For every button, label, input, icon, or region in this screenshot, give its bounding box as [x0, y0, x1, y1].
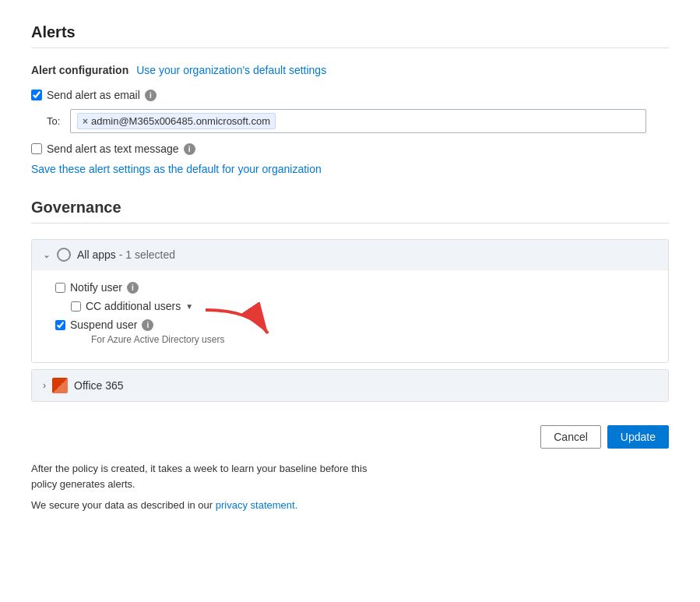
- office365-label: Office 365: [74, 379, 124, 392]
- all-apps-chevron-icon: ⌄: [43, 249, 51, 260]
- suspend-user-checkbox[interactable]: [55, 320, 65, 330]
- notify-user-row: Notify user i: [55, 281, 653, 294]
- send-email-label: Send alert as email: [47, 89, 140, 101]
- notify-user-label: Notify user: [70, 281, 122, 294]
- all-apps-circle-icon: [57, 248, 71, 262]
- suspend-user-row: Suspend user i: [55, 319, 653, 331]
- all-apps-body: Notify user i CC additional users ▼: [32, 269, 668, 362]
- notify-user-info-icon[interactable]: i: [127, 282, 139, 294]
- send-email-checkbox[interactable]: [31, 90, 42, 100]
- privacy-link[interactable]: privacy statement.: [216, 499, 298, 511]
- suspend-sub-text: For Azure Active Directory users: [91, 334, 653, 345]
- all-apps-label: All apps - 1 selected: [77, 248, 175, 261]
- default-settings-link[interactable]: Use your organization's default settings: [136, 64, 326, 76]
- suspend-user-label: Suspend user: [70, 319, 137, 331]
- bottom-section: Cancel Update After the policy is create…: [31, 425, 669, 511]
- email-tag: × admin@M365x006485.onmicrosoft.com: [77, 113, 276, 129]
- send-text-info-icon[interactable]: i: [184, 143, 195, 155]
- send-email-info-icon[interactable]: i: [145, 90, 157, 101]
- email-tag-close[interactable]: ×: [83, 116, 88, 127]
- governance-divider: [31, 223, 669, 224]
- cc-dropdown-arrow-icon[interactable]: ▼: [185, 302, 193, 311]
- office365-header[interactable]: › Office 365: [32, 370, 668, 401]
- cc-additional-checkbox[interactable]: [71, 301, 81, 312]
- save-defaults-link[interactable]: Save these alert settings as the default…: [31, 163, 322, 175]
- to-row: To: × admin@M365x006485.onmicrosoft.com: [47, 109, 669, 133]
- button-row: Cancel Update: [31, 425, 669, 449]
- governance-section: Governance ⌄ All apps - 1 selected Notif…: [31, 199, 669, 402]
- office365-app-icon: [52, 378, 68, 393]
- to-label: To:: [47, 115, 62, 127]
- send-text-row: Send alert as text message i: [31, 143, 669, 155]
- send-text-checkbox[interactable]: [31, 143, 42, 154]
- send-email-row: Send alert as email i: [31, 89, 669, 101]
- email-tag-value: admin@M365x006485.onmicrosoft.com: [91, 115, 270, 127]
- update-button[interactable]: Update: [607, 425, 669, 449]
- privacy-footer-text: We secure your data as described in our …: [31, 499, 669, 511]
- governance-title: Governance: [31, 199, 669, 217]
- cc-additional-row: CC additional users ▼: [71, 300, 653, 312]
- all-apps-block: ⌄ All apps - 1 selected Notify user i CC…: [31, 239, 669, 363]
- policy-footer-text: After the policy is created, it takes a …: [31, 461, 382, 491]
- cc-additional-label: CC additional users: [86, 300, 181, 312]
- alert-config-label: Alert configuration: [31, 64, 128, 76]
- save-link-row: Save these alert settings as the default…: [31, 163, 669, 175]
- alert-config-row: Alert configuration Use your organizatio…: [31, 64, 669, 76]
- cancel-button[interactable]: Cancel: [540, 425, 601, 449]
- suspend-user-info-icon[interactable]: i: [142, 319, 153, 331]
- all-apps-header[interactable]: ⌄ All apps - 1 selected: [32, 240, 668, 269]
- send-text-label: Send alert as text message: [47, 143, 179, 155]
- notify-user-checkbox[interactable]: [55, 283, 65, 293]
- office365-block: › Office 365: [31, 369, 669, 402]
- alerts-title: Alerts: [31, 23, 669, 41]
- alerts-divider: [31, 48, 669, 48]
- office365-chevron-icon: ›: [43, 380, 46, 391]
- email-input-container[interactable]: × admin@M365x006485.onmicrosoft.com: [70, 109, 646, 133]
